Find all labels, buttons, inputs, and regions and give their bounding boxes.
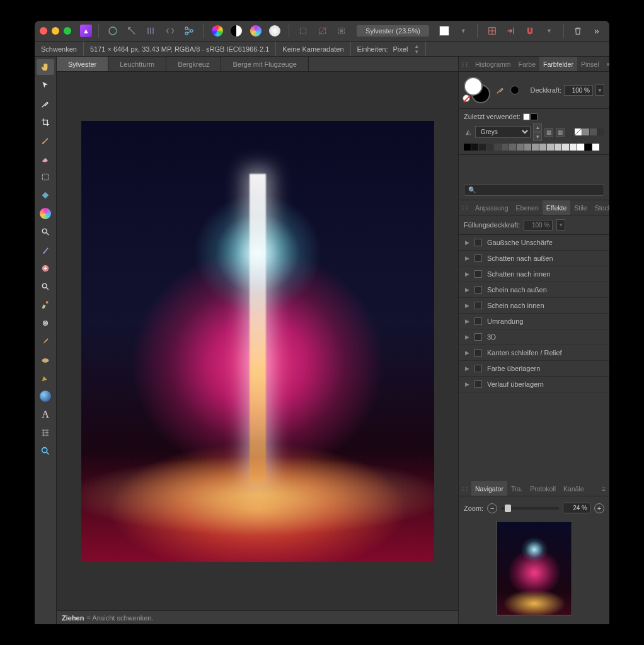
effect-item[interactable]: ▶Schein nach außen xyxy=(459,282,609,298)
smudge-tool[interactable] xyxy=(37,333,54,349)
swatch[interactable] xyxy=(592,144,599,151)
hand-tool[interactable] xyxy=(37,59,54,75)
blur-tool[interactable] xyxy=(37,278,54,294)
effect-checkbox[interactable] xyxy=(474,333,482,341)
clone-tool[interactable] xyxy=(37,242,54,258)
mesh-tool[interactable] xyxy=(37,425,54,440)
disclosure-icon[interactable]: ▶ xyxy=(465,365,469,372)
swatch[interactable] xyxy=(539,144,546,151)
panel-menu-icon[interactable]: ≡ xyxy=(603,60,610,68)
fill-dropdown-icon[interactable]: ▼ xyxy=(456,23,471,39)
fill-opacity-dropdown[interactable]: ▼ xyxy=(556,219,565,231)
swatch[interactable] xyxy=(577,144,584,151)
color-wheel-1-icon[interactable] xyxy=(210,23,225,39)
palette-up-icon[interactable]: ▴ xyxy=(533,123,542,132)
units-select[interactable]: Einheiten: Pixel ▲▼ xyxy=(351,42,427,56)
swatch[interactable] xyxy=(570,144,577,151)
tab-styles[interactable]: Stile xyxy=(570,200,590,215)
disclosure-icon[interactable]: ▶ xyxy=(465,302,469,309)
inpaint-tool[interactable] xyxy=(37,297,54,312)
persona-liquify-icon[interactable] xyxy=(124,23,139,39)
magnet-icon[interactable] xyxy=(522,23,538,39)
preset-swatch[interactable] xyxy=(582,128,589,135)
tab-transform[interactable]: Tra. xyxy=(507,481,526,496)
eyedropper-icon[interactable] xyxy=(495,85,505,95)
swatch[interactable] xyxy=(524,144,531,151)
effect-checkbox[interactable] xyxy=(474,380,482,388)
dodge-tool[interactable] xyxy=(37,224,54,239)
grid-icon[interactable] xyxy=(484,23,499,39)
effect-item[interactable]: ▶Schatten nach außen xyxy=(459,251,609,266)
disclosure-icon[interactable]: ▶ xyxy=(465,271,469,277)
panel-drag-handle[interactable]: ⫶⫶ xyxy=(459,485,471,493)
disclosure-icon[interactable]: ▶ xyxy=(465,381,469,387)
swatch[interactable] xyxy=(532,144,539,151)
tab-channels[interactable]: Kanäle xyxy=(560,481,588,496)
gradient-tool[interactable] xyxy=(37,205,54,221)
swatch-grid-icon[interactable]: ▦ xyxy=(544,128,553,137)
disclosure-icon[interactable]: ▶ xyxy=(465,318,469,324)
preset-swatch[interactable] xyxy=(575,128,582,135)
persona-tonemap-icon[interactable] xyxy=(163,23,178,39)
color-picker-tool[interactable] xyxy=(37,96,54,111)
effect-checkbox[interactable] xyxy=(474,239,482,246)
pen-tool[interactable] xyxy=(37,370,54,385)
swatch-grid[interactable] xyxy=(464,144,604,151)
panel-drag-handle[interactable]: ⫶⫶ xyxy=(459,204,471,212)
navigator-thumbnail[interactable] xyxy=(497,521,572,615)
doc-tab-2[interactable]: Bergkreuz xyxy=(166,57,221,71)
current-color-swatch[interactable] xyxy=(510,86,519,94)
swatch[interactable] xyxy=(464,144,471,151)
recent-swatch[interactable] xyxy=(523,113,530,120)
swatch[interactable] xyxy=(502,144,509,151)
no-color-icon[interactable] xyxy=(463,94,470,102)
persona-photo-icon[interactable] xyxy=(105,23,120,39)
disclosure-icon[interactable]: ▶ xyxy=(465,239,469,246)
effect-item[interactable]: ▶Farbe überlagern xyxy=(459,361,609,377)
canvas-viewport[interactable] xyxy=(57,72,458,610)
effect-checkbox[interactable] xyxy=(474,270,482,278)
doc-tab-0[interactable]: Sylvester xyxy=(57,57,108,71)
flood-fill-tool[interactable] xyxy=(37,187,54,203)
swatch[interactable] xyxy=(479,144,486,151)
tab-history[interactable]: Protokoll xyxy=(526,481,560,496)
tab-brushes[interactable]: Pinsel xyxy=(577,57,603,71)
preset-swatch[interactable] xyxy=(597,128,604,135)
snap-icon[interactable] xyxy=(503,23,519,39)
effect-item[interactable]: ▶Schatten nach innen xyxy=(459,266,609,282)
effect-item[interactable]: ▶3D xyxy=(459,329,609,345)
zoom-out-button[interactable]: − xyxy=(487,503,497,513)
magnet-dropdown-icon[interactable]: ▼ xyxy=(541,23,556,39)
color-wheel-4-icon[interactable] xyxy=(267,23,282,39)
swatch[interactable] xyxy=(471,144,478,151)
minimize-button[interactable] xyxy=(52,27,59,35)
color-wells[interactable] xyxy=(464,77,490,103)
panel-drag-handle[interactable]: ⫶⫶ xyxy=(459,60,471,68)
tab-swatches[interactable]: Farbfelder xyxy=(539,57,577,71)
fill-opacity-input[interactable] xyxy=(524,220,553,231)
tab-layers[interactable]: Ebenen xyxy=(512,200,543,215)
swatch[interactable] xyxy=(585,144,592,151)
palette-down-icon[interactable]: ▾ xyxy=(533,132,542,141)
trash-icon[interactable] xyxy=(570,23,585,39)
shape-tool[interactable] xyxy=(37,388,54,404)
effect-checkbox[interactable] xyxy=(474,349,482,357)
disclosure-icon[interactable]: ▶ xyxy=(465,255,469,261)
marquee-tool[interactable] xyxy=(37,169,54,185)
crop-tool[interactable] xyxy=(37,114,54,130)
opacity-input[interactable] xyxy=(564,85,593,96)
effect-checkbox[interactable] xyxy=(474,302,482,309)
opacity-dropdown-icon[interactable]: ▼ xyxy=(595,84,604,96)
panel-menu-icon[interactable]: ≡ xyxy=(598,485,609,493)
fg-color-well[interactable] xyxy=(464,77,483,96)
recent-swatch[interactable] xyxy=(531,113,538,120)
zoom-input[interactable] xyxy=(563,503,590,513)
effect-checkbox[interactable] xyxy=(474,286,482,294)
zoom-slider[interactable] xyxy=(501,507,559,510)
disclosure-icon[interactable]: ▶ xyxy=(465,350,469,356)
effect-checkbox[interactable] xyxy=(474,317,482,325)
color-wheel-2-icon[interactable] xyxy=(229,23,244,39)
swatch[interactable] xyxy=(547,144,554,151)
swatch[interactable] xyxy=(562,144,569,151)
selection-none-icon[interactable] xyxy=(314,23,330,39)
